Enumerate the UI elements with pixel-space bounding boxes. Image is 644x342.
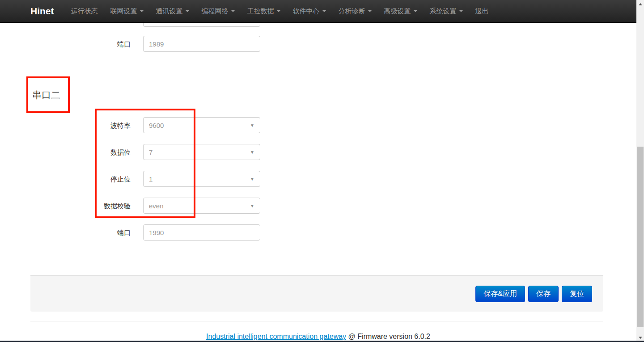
arrow-down-icon[interactable] — [639, 337, 642, 339]
footer-gateway-link[interactable]: Industrial intelligent communication gat… — [206, 333, 346, 340]
nav-item-programming-network[interactable]: 编程网络 — [195, 0, 241, 23]
nav-item-logout[interactable]: 退出 — [469, 0, 495, 23]
chevron-down-icon: ▼ — [250, 123, 254, 128]
footer-text: Industrial intelligent communication gat… — [0, 333, 636, 341]
nav-item-network-settings[interactable]: 联网设置 — [104, 0, 150, 23]
baud-rate-select[interactable]: 9600 ▼ — [143, 117, 260, 133]
chevron-down-icon: ▼ — [250, 150, 254, 155]
page: Hinet 运行状态 联网设置 通讯设置 编程网络 工控数据 软件中心 分析诊断… — [0, 0, 644, 342]
caret-down-icon — [368, 10, 372, 12]
parity-select[interactable]: even ▼ — [143, 198, 260, 214]
arrow-up-icon[interactable] — [639, 3, 642, 5]
data-bits-value: 7 — [149, 148, 153, 156]
parity-label: 数据校验 — [45, 202, 131, 211]
nav-item-run-status[interactable]: 运行状态 — [65, 0, 104, 23]
port1-label: 端口 — [45, 40, 131, 49]
data-bits-select[interactable]: 7 ▼ — [143, 144, 260, 160]
chevron-down-icon: ▼ — [250, 203, 254, 208]
save-apply-button[interactable]: 保存&应用 — [475, 286, 525, 302]
caret-down-icon — [277, 10, 280, 12]
port2-label: 端口 — [45, 229, 131, 237]
action-bar: 保存&应用 保存 复位 — [30, 275, 603, 312]
stop-bits-value: 1 — [149, 175, 153, 183]
stop-bits-label: 停止位 — [45, 175, 131, 184]
vertical-scrollbar[interactable] — [636, 0, 644, 342]
baud-rate-label: 波特率 — [45, 122, 131, 130]
caret-down-icon — [186, 10, 189, 12]
caret-down-icon — [231, 10, 235, 12]
caret-down-icon — [140, 10, 144, 12]
caret-down-icon — [322, 10, 326, 12]
nav-item-analysis-diagnosis[interactable]: 分析诊断 — [332, 0, 378, 23]
firmware-version-text: @ Firmware version 6.0.2 — [348, 333, 430, 340]
stop-bits-select[interactable]: 1 ▼ — [143, 171, 260, 187]
nav-item-industrial-data[interactable]: 工控数据 — [241, 0, 287, 23]
port2-input[interactable] — [143, 224, 260, 241]
footer-divider — [30, 321, 603, 321]
parity-value: even — [149, 202, 164, 210]
save-button[interactable]: 保存 — [528, 286, 559, 302]
nav-item-software-center[interactable]: 软件中心 — [287, 0, 332, 23]
caret-down-icon — [459, 10, 463, 12]
nav-item-comm-settings[interactable]: 通讯设置 — [150, 0, 195, 23]
serial-port-2-heading: 串口二 — [32, 89, 60, 101]
chevron-down-icon: ▼ — [250, 177, 254, 182]
caret-down-icon — [414, 10, 417, 12]
brand-logo[interactable]: Hinet — [30, 6, 54, 17]
baud-rate-value: 9600 — [149, 122, 164, 129]
data-bits-label: 数据位 — [45, 148, 131, 157]
scrollbar-thumb[interactable] — [637, 147, 644, 327]
top-navbar: Hinet 运行状态 联网设置 通讯设置 编程网络 工控数据 软件中心 分析诊断… — [0, 0, 636, 23]
reset-button[interactable]: 复位 — [562, 286, 592, 302]
nav-item-advanced-settings[interactable]: 高级设置 — [378, 0, 424, 23]
port1-input[interactable] — [143, 36, 260, 52]
nav-item-system-settings[interactable]: 系统设置 — [424, 0, 469, 23]
